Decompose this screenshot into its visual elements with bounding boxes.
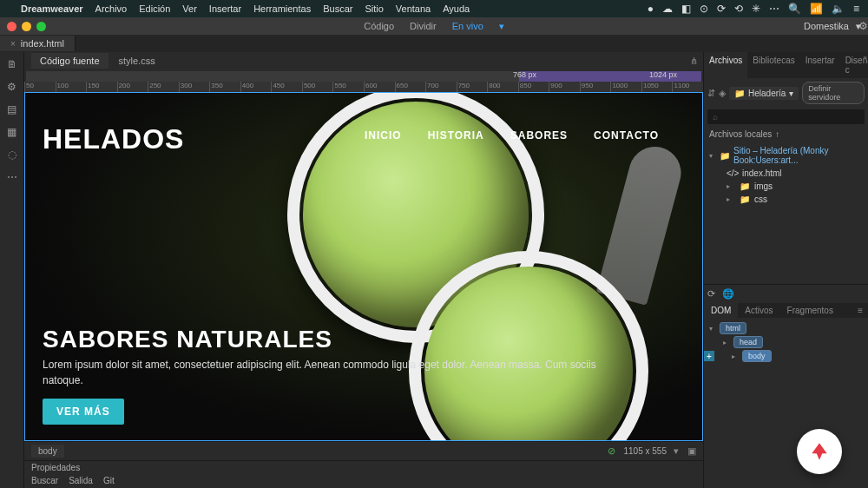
maximize-window-button[interactable]: [36, 22, 46, 31]
expand-icon[interactable]: ▾: [709, 152, 716, 160]
window-titlebar: Código Dividir En vivo ▾ Domestika ▾ ⚙: [0, 17, 868, 35]
properties-panel-header[interactable]: Propiedades: [24, 460, 703, 474]
ruler-tick: 150: [86, 82, 117, 92]
status-icon[interactable]: ⊙: [700, 3, 708, 15]
menu-ver[interactable]: Ver: [182, 3, 197, 14]
expand-icon[interactable]: ▾: [709, 325, 718, 333]
menu-icon[interactable]: ≡: [853, 3, 859, 15]
view-live[interactable]: En vivo: [452, 21, 483, 32]
tab-dom[interactable]: DOM: [704, 303, 738, 318]
image-icon[interactable]: ▤: [5, 102, 19, 116]
panel-menu-icon[interactable]: ≡: [852, 303, 868, 318]
subtab-source[interactable]: Código fuente: [31, 53, 108, 69]
refresh-tool-icon[interactable]: ◌: [5, 148, 19, 162]
tab-archivos[interactable]: Archivos: [704, 52, 747, 78]
workspace-dropdown-icon[interactable]: ▾: [856, 21, 861, 32]
tab-index-html[interactable]: × index.html: [0, 36, 76, 51]
tab-buscar[interactable]: Buscar: [31, 476, 58, 486]
refresh-icon[interactable]: ⟳: [707, 288, 715, 300]
local-files-header[interactable]: Archivos locales ↑: [704, 126, 868, 142]
volume-icon[interactable]: 🔈: [832, 3, 845, 15]
status-icon[interactable]: ⋯: [769, 3, 779, 15]
nav-sabores[interactable]: SABORES: [510, 129, 568, 142]
hero-title[interactable]: SABORES NATURALES: [43, 326, 332, 353]
hero-text[interactable]: Lorem ipsum dolor sit amet, consectetuer…: [43, 357, 598, 388]
ruler-tick: 1050: [641, 82, 673, 92]
close-tab-icon[interactable]: ×: [10, 39, 16, 49]
sort-icon[interactable]: ↑: [775, 129, 779, 139]
workspace-name[interactable]: Domestika: [804, 21, 849, 31]
site-selector-row: ⇵ ◈ 📁 Heladería ▾ Definir servidore: [704, 78, 868, 108]
expand-icon[interactable]: ▸: [727, 182, 735, 190]
menu-ventana[interactable]: Ventana: [396, 3, 431, 14]
tab-disenador[interactable]: Diseñador c: [840, 52, 868, 78]
nav-historia[interactable]: HISTORIA: [428, 129, 484, 142]
site-logo[interactable]: HELADOS: [43, 123, 184, 155]
subtab-stylecss[interactable]: style.css: [110, 53, 164, 69]
menu-herramientas[interactable]: Herramientas: [253, 3, 311, 14]
menu-edicion[interactable]: Edición: [139, 3, 170, 14]
expand-icon[interactable]: ▸: [723, 339, 732, 346]
menu-ayuda[interactable]: Ayuda: [443, 3, 470, 14]
tab-activos[interactable]: Activos: [738, 303, 779, 318]
ftp-icon[interactable]: ⇵: [707, 88, 715, 99]
history-icon[interactable]: ⟲: [734, 3, 743, 15]
expand-icon[interactable]: ▸: [732, 353, 740, 360]
sync-icon[interactable]: ◈: [719, 88, 726, 99]
device-preview-icon[interactable]: ▣: [687, 445, 696, 457]
bluetooth-icon[interactable]: ✳: [752, 3, 760, 15]
tab-insertar[interactable]: Insertar: [800, 52, 840, 78]
status-icon[interactable]: ●: [648, 3, 654, 15]
dom-node-body[interactable]: + ▸ body: [706, 349, 866, 363]
dimensions-dropdown-icon[interactable]: ▾: [674, 445, 679, 457]
expand-icon[interactable]: ▸: [727, 195, 735, 203]
breakpoint-bar[interactable]: [26, 71, 701, 82]
ruler-tick: 750: [457, 82, 488, 92]
tab-git[interactable]: Git: [103, 476, 115, 486]
site-dropdown[interactable]: 📁 Heladería ▾: [729, 87, 799, 100]
define-servers-button[interactable]: Definir servidore: [802, 82, 865, 104]
close-window-button[interactable]: [7, 22, 16, 31]
tree-index-html[interactable]: </> index.html: [704, 167, 868, 180]
tag-selector-path[interactable]: body: [31, 445, 64, 458]
nav-contacto[interactable]: CONTACTO: [594, 129, 659, 142]
sync-icon[interactable]: ⟳: [717, 3, 726, 15]
tree-imgs-folder[interactable]: ▸ 📁 imgs: [704, 180, 868, 193]
view-split[interactable]: Dividir: [410, 21, 437, 32]
ver-mas-button[interactable]: VER MÁS: [43, 399, 124, 425]
view-code[interactable]: Código: [364, 21, 394, 32]
cloud-icon[interactable]: ☁: [662, 3, 673, 15]
menu-insertar[interactable]: Insertar: [209, 3, 241, 14]
wifi-icon[interactable]: 📶: [810, 3, 823, 15]
tree-css-folder[interactable]: ▸ 📁 css: [704, 193, 868, 206]
search-icon[interactable]: 🔍: [788, 3, 801, 15]
elements-icon[interactable]: ▦: [5, 125, 19, 139]
validation-ok-icon[interactable]: ⊘: [608, 445, 615, 457]
canvas-dimensions[interactable]: 1105 x 555: [624, 446, 667, 456]
dom-node-html[interactable]: ▾ html: [706, 321, 866, 335]
live-preview-canvas[interactable]: HELADOS INICIO HISTORIA SABORES CONTACTO…: [24, 92, 703, 441]
add-node-button[interactable]: +: [704, 351, 714, 361]
tab-fragmentos[interactable]: Fragmentos: [780, 303, 840, 318]
tree-site-root[interactable]: ▾ 📁 Sitio – Heladería (Monky Book:Users:…: [704, 144, 868, 167]
status-icon[interactable]: ◧: [681, 3, 691, 15]
minimize-window-button[interactable]: [22, 22, 31, 31]
menu-archivo[interactable]: Archivo: [95, 3, 128, 14]
responsive-ruler[interactable]: 768 px 1024 px 50 100 150 200 250 300 35…: [24, 69, 703, 92]
app-name[interactable]: Dreamweaver: [21, 3, 83, 14]
more-tools-icon[interactable]: ⋯: [5, 170, 19, 184]
globe-icon[interactable]: 🌐: [722, 288, 734, 300]
file-manage-icon[interactable]: 🗎: [5, 57, 19, 71]
domestika-badge[interactable]: [797, 429, 842, 474]
tab-salida[interactable]: Salida: [69, 476, 93, 486]
view-live-dropdown-icon[interactable]: ▾: [499, 21, 504, 32]
menu-buscar[interactable]: Buscar: [323, 3, 352, 14]
nav-inicio[interactable]: INICIO: [365, 129, 402, 142]
tab-bibliotecas[interactable]: Bibliotecas: [747, 52, 799, 78]
settings-icon[interactable]: ⚙: [5, 80, 19, 94]
dom-node-head[interactable]: ▸ head: [706, 335, 866, 349]
file-search-input[interactable]: ⌕: [707, 109, 865, 124]
view-switcher: Código Dividir En vivo ▾: [364, 21, 504, 32]
menu-sitio[interactable]: Sitio: [365, 3, 383, 14]
filter-icon[interactable]: ⋔: [690, 56, 698, 67]
